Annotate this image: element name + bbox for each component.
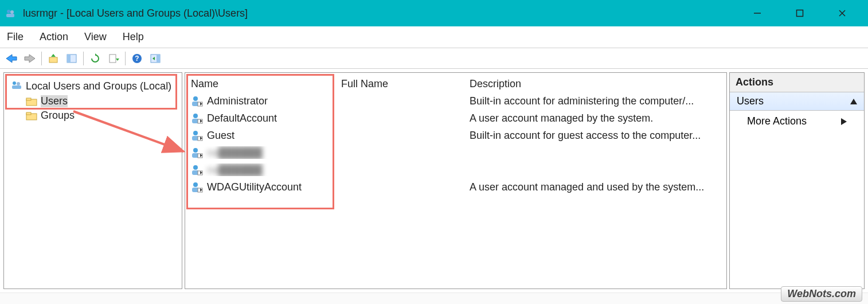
user-icon	[191, 163, 204, 176]
svg-text:?: ?	[135, 54, 139, 63]
user-icon	[191, 146, 204, 159]
cell-name: DefaultAccount	[185, 112, 335, 124]
close-button[interactable]	[821, 0, 863, 26]
user-icon	[191, 181, 204, 193]
svg-rect-27	[26, 112, 31, 115]
show-action-pane-button[interactable]	[147, 50, 163, 67]
user-name-text: WDAGUtilityAccount	[207, 181, 302, 193]
user-icon	[191, 129, 204, 142]
svg-point-48	[193, 182, 198, 187]
status-bar	[0, 293, 868, 304]
user-name-text: na██████	[207, 147, 263, 159]
svg-point-22	[17, 82, 20, 85]
user-row[interactable]: AdministratorBuilt-in account for admini…	[185, 92, 726, 110]
actions-section-label: Users	[737, 95, 764, 107]
svg-rect-9	[49, 57, 57, 63]
svg-marker-13	[95, 53, 97, 56]
toolbar-separator	[125, 52, 126, 65]
watermark: WebNots.com	[781, 286, 862, 302]
cell-name: Guest	[185, 129, 335, 142]
back-button[interactable]	[3, 50, 19, 67]
user-name-text: Guest	[207, 130, 234, 142]
cell-description: Built-in account for administering the c…	[464, 95, 726, 107]
column-header-description[interactable]: Description	[464, 78, 726, 90]
folder-icon	[26, 111, 37, 120]
user-icon	[191, 95, 204, 107]
svg-rect-23	[12, 85, 21, 89]
tree-root-item[interactable]: Local Users and Groups (Local)	[9, 79, 177, 94]
actions-section-users[interactable]: Users	[730, 92, 864, 111]
actions-pane: Actions Users More Actions	[729, 72, 865, 289]
user-icon	[191, 112, 204, 124]
tree-root-label: Local Users and Groups (Local)	[26, 80, 171, 92]
help-button[interactable]: ?	[129, 50, 145, 67]
svg-point-32	[193, 114, 198, 118]
toolbar: ?	[0, 48, 868, 69]
user-row[interactable]: WDAGUtilityAccountA user account managed…	[185, 178, 726, 196]
user-row[interactable]: na██████	[185, 161, 726, 178]
cell-description: A user account managed and used by the s…	[464, 181, 726, 193]
up-level-button[interactable]	[45, 50, 61, 67]
list-rows: AdministratorBuilt-in account for admini…	[185, 92, 726, 196]
refresh-button[interactable]	[87, 50, 103, 67]
cell-name: WDAGUtilityAccount	[185, 181, 335, 193]
export-list-button[interactable]	[105, 50, 122, 67]
svg-point-40	[193, 148, 198, 153]
svg-marker-8	[25, 54, 35, 63]
forward-button[interactable]	[22, 50, 38, 67]
svg-point-0	[7, 10, 10, 13]
user-name-text: Administrator	[207, 95, 268, 107]
menu-bar: File Action View Help	[0, 26, 868, 48]
user-row[interactable]: na██████	[185, 144, 726, 161]
tree-users-label: Users	[41, 95, 68, 107]
collapse-icon	[850, 99, 857, 104]
column-header-fullname[interactable]: Full Name	[335, 78, 464, 90]
tree-pane: Local Users and Groups (Local) Users Gro…	[3, 72, 182, 289]
menu-help[interactable]: Help	[123, 31, 144, 43]
tree-item-users[interactable]: Users	[9, 94, 177, 108]
menu-view[interactable]: View	[84, 31, 107, 43]
cell-name: Administrator	[185, 95, 335, 107]
toolbar-separator	[83, 52, 84, 65]
menu-file[interactable]: File	[7, 31, 24, 43]
svg-marker-15	[116, 59, 119, 61]
svg-rect-14	[110, 54, 116, 63]
window-title: lusrmgr - [Local Users and Groups (Local…	[23, 7, 248, 20]
actions-header: Actions	[730, 73, 864, 92]
users-groups-icon	[11, 80, 22, 93]
svg-marker-7	[6, 54, 17, 63]
svg-point-1	[10, 10, 14, 14]
tree-groups-label: Groups	[41, 110, 75, 122]
list-pane: Name Full Name Description Administrator…	[185, 72, 727, 289]
svg-rect-12	[67, 54, 71, 63]
svg-point-28	[193, 96, 198, 101]
svg-point-44	[193, 165, 198, 170]
cell-name: na██████	[185, 163, 335, 176]
minimize-button[interactable]	[736, 0, 779, 26]
svg-marker-10	[51, 54, 56, 57]
actions-more-actions[interactable]: More Actions	[730, 111, 864, 132]
svg-rect-25	[26, 98, 31, 100]
cell-description: Built-in account for guest access to the…	[464, 130, 726, 142]
maximize-button[interactable]	[779, 0, 821, 26]
title-bar: lusrmgr - [Local Users and Groups (Local…	[0, 0, 868, 26]
main-content: Local Users and Groups (Local) Users Gro…	[0, 69, 868, 293]
menu-action[interactable]: Action	[40, 31, 68, 43]
tree-item-groups[interactable]: Groups	[9, 108, 177, 123]
svg-rect-4	[797, 10, 803, 17]
submenu-icon	[841, 118, 847, 125]
column-header-name[interactable]: Name	[185, 78, 335, 90]
toolbar-separator	[41, 52, 42, 65]
user-row[interactable]: GuestBuilt-in account for guest access t…	[185, 127, 726, 144]
svg-rect-2	[6, 14, 14, 17]
show-hide-tree-button[interactable]	[64, 50, 80, 67]
svg-point-36	[193, 131, 198, 135]
user-name-text: DefaultAccount	[207, 112, 277, 124]
svg-rect-19	[157, 54, 160, 63]
user-name-text: na██████	[207, 164, 263, 176]
user-row[interactable]: DefaultAccountA user account managed by …	[185, 110, 726, 127]
window-controls	[736, 0, 863, 26]
cell-name: na██████	[185, 146, 335, 159]
app-icon	[5, 7, 16, 19]
list-header-row: Name Full Name Description	[185, 73, 726, 92]
